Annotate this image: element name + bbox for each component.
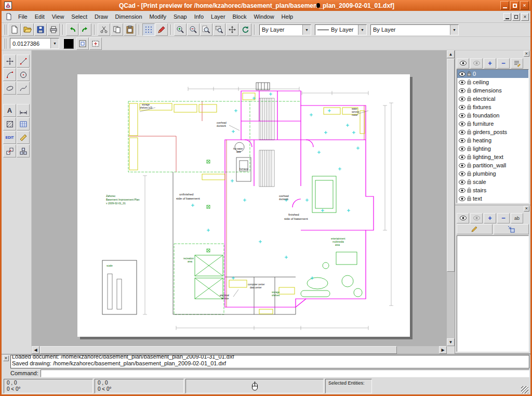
lock-icon[interactable] (467, 171, 471, 176)
copy-button[interactable] (111, 23, 123, 36)
chevron-down-icon[interactable]: ▼ (302, 25, 311, 35)
eye-icon[interactable] (459, 138, 466, 143)
layer-row[interactable]: furniture (457, 120, 528, 128)
print-scale-combo[interactable]: 0.0127386 ▼ (10, 38, 59, 49)
lock-icon[interactable] (467, 71, 471, 76)
chevron-down-icon[interactable]: ▼ (450, 25, 458, 35)
lock-icon[interactable] (467, 88, 471, 93)
menu-window[interactable]: Window (250, 12, 277, 21)
menu-dimension[interactable]: Dimension (112, 12, 146, 21)
mdi-minimize-button[interactable] (503, 13, 511, 21)
layer-row[interactable]: 0 (457, 70, 528, 78)
remove-block-button[interactable]: − (497, 213, 510, 223)
eye-icon[interactable] (459, 130, 466, 135)
lock-icon[interactable] (467, 163, 471, 168)
titlebar[interactable]: QCad - [Print preview for /home/kzahorec… (2, 0, 530, 11)
block-dock-close-button[interactable]: × (524, 206, 529, 212)
vertical-scrollbar[interactable]: ▲ ▼ (447, 50, 455, 346)
measure-tool-button[interactable] (17, 131, 30, 144)
lock-icon[interactable] (467, 129, 471, 135)
show-all-layers-button[interactable] (457, 58, 469, 69)
qcad-app-icon[interactable] (4, 2, 12, 9)
circle-tool-button[interactable] (17, 68, 30, 81)
paste-button[interactable] (124, 23, 136, 36)
point-tool-button[interactable] (3, 55, 16, 68)
lock-icon[interactable] (467, 121, 471, 126)
lock-icon[interactable] (467, 96, 471, 101)
scroll-up-button[interactable]: ▲ (447, 50, 455, 58)
pen-width-combo[interactable]: By Layer ▼ (370, 24, 459, 35)
layer-row[interactable]: plumbing (457, 169, 528, 178)
scroll-down-button[interactable]: ▼ (447, 338, 455, 346)
layer-row[interactable]: heating (457, 136, 528, 144)
lock-icon[interactable] (467, 113, 471, 118)
menu-view[interactable]: View (48, 12, 68, 21)
zoom-in-button[interactable] (174, 23, 187, 36)
zoom-auto-button[interactable] (200, 23, 212, 36)
menu-layer[interactable]: Layer (207, 12, 229, 21)
modify-tool-button[interactable] (3, 144, 16, 157)
eye-icon[interactable] (459, 88, 466, 93)
resize-grip[interactable] (521, 386, 528, 393)
pen-button[interactable] (155, 23, 168, 36)
maximize-button[interactable] (510, 1, 519, 10)
open-button[interactable] (21, 23, 34, 36)
grid-toggle-button[interactable] (142, 23, 155, 36)
eye-icon[interactable] (459, 113, 466, 118)
horizontal-scroll-thumb[interactable] (40, 346, 397, 354)
lock-icon[interactable] (467, 154, 471, 160)
pen-linetype-combo[interactable]: By Layer ▼ (315, 24, 367, 35)
layer-row[interactable]: scale (457, 178, 528, 186)
line-tool-button[interactable] (17, 55, 30, 68)
insert-block-button[interactable] (494, 224, 529, 234)
eye-icon[interactable] (459, 80, 466, 85)
layer-row[interactable]: text (457, 194, 528, 203)
lock-icon[interactable] (467, 80, 471, 85)
mdi-close-button[interactable]: × (521, 13, 529, 21)
layer-attributes-button[interactable] (511, 58, 523, 69)
eye-icon[interactable] (459, 97, 466, 101)
edit-tool-button[interactable]: EDIT (3, 131, 16, 144)
zoom-out-button[interactable] (187, 23, 200, 36)
minimize-button[interactable] (500, 1, 509, 10)
ellipse-tool-button[interactable] (3, 82, 16, 95)
eye-icon[interactable] (459, 147, 466, 151)
menu-snap[interactable]: Snap (170, 12, 191, 21)
hide-all-layers-button[interactable] (470, 58, 483, 69)
drawing-canvas[interactable]: scale Zahorec Basement Improvement Plan … (32, 50, 455, 354)
eye-icon[interactable] (459, 155, 466, 160)
menu-modify[interactable]: Modify (146, 12, 170, 21)
menu-draw[interactable]: Draw (91, 12, 112, 21)
eye-icon[interactable] (459, 180, 466, 184)
new-button[interactable] (8, 23, 21, 36)
eye-icon[interactable] (459, 188, 466, 193)
edit-block-button[interactable] (457, 224, 493, 234)
layer-row[interactable]: partition_wall (457, 161, 528, 169)
command-input[interactable] (41, 369, 529, 377)
rename-block-button[interactable]: ab (511, 213, 523, 223)
layer-row[interactable]: girders_posts (457, 128, 528, 136)
zoom-pan-button[interactable] (226, 23, 238, 36)
hatch-tool-button[interactable] (3, 117, 16, 130)
menu-help[interactable]: Help (278, 12, 297, 21)
menu-block[interactable]: Block (229, 12, 250, 21)
lock-icon[interactable] (467, 179, 471, 184)
menu-edit[interactable]: Edit (31, 12, 48, 21)
print-button[interactable] (47, 23, 60, 36)
layer-row[interactable]: lighting (457, 144, 528, 153)
menu-select[interactable]: Select (68, 12, 91, 21)
chevron-down-icon[interactable]: ▼ (50, 38, 59, 48)
save-button[interactable] (34, 23, 47, 36)
layer-row[interactable]: ceiling (457, 78, 528, 86)
spline-tool-button[interactable] (17, 82, 30, 95)
scroll-right-button[interactable]: ▶ (439, 346, 447, 354)
eye-icon[interactable] (459, 72, 466, 76)
zoom-window-button[interactable] (213, 23, 225, 36)
lock-icon[interactable] (467, 104, 471, 110)
lock-icon[interactable] (467, 188, 471, 193)
arc-tool-button[interactable] (3, 68, 16, 81)
dimension-tool-button[interactable] (17, 104, 30, 117)
layer-row[interactable]: foundation (457, 111, 528, 120)
cut-button[interactable] (98, 23, 110, 36)
eye-icon[interactable] (459, 122, 466, 126)
